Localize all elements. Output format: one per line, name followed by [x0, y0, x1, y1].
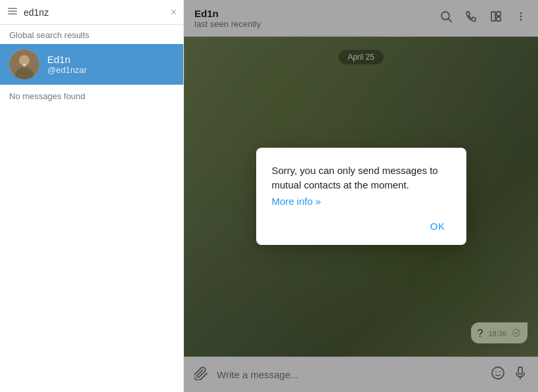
contact-item[interactable]: ● Ed1n @ed1nzar	[0, 44, 183, 85]
modal-box: Sorry, you can only send messages to mut…	[256, 148, 466, 245]
search-input[interactable]	[24, 7, 171, 18]
modal-message: Sorry, you can only send messages to mut…	[272, 163, 451, 193]
avatar: ●	[9, 49, 39, 79]
modal-ok-button[interactable]: OK	[425, 218, 451, 234]
search-wrapper: ×	[24, 7, 177, 18]
no-messages-label: No messages found	[0, 85, 183, 108]
contact-info: Ed1n @ed1nzar	[47, 54, 87, 75]
sidebar-header: ×	[0, 0, 183, 25]
svg-text:●: ●	[22, 61, 26, 68]
chat-area: Ed1n last seen recently	[184, 0, 538, 392]
sidebar: × Global search results ● Ed1n @ed1nzar …	[0, 0, 184, 392]
contact-name: Ed1n	[47, 54, 87, 65]
modal-more-info-link[interactable]: More info »	[272, 196, 321, 207]
modal-actions: OK	[272, 218, 451, 234]
hamburger-icon[interactable]	[7, 5, 18, 19]
modal-overlay: Sorry, you can only send messages to mut…	[184, 0, 538, 392]
svg-rect-1	[8, 11, 17, 12]
svg-rect-0	[8, 8, 17, 9]
contact-handle: @ed1nzar	[47, 65, 87, 75]
svg-rect-2	[8, 14, 17, 15]
search-clear-icon[interactable]: ×	[171, 7, 177, 18]
global-search-label: Global search results	[0, 25, 183, 44]
